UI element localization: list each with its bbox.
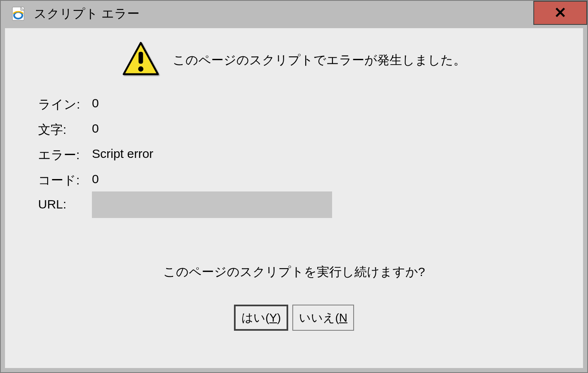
code-value: 0 bbox=[92, 172, 99, 186]
svg-rect-2 bbox=[139, 52, 143, 64]
line-row: ライン: 0 bbox=[38, 96, 583, 113]
line-value: 0 bbox=[92, 96, 99, 110]
char-label: 文字: bbox=[38, 121, 92, 138]
no-button[interactable]: いいえ(N bbox=[292, 305, 354, 331]
button-row: はい(Y) いいえ(N bbox=[5, 305, 583, 331]
code-label: コード: bbox=[38, 172, 92, 189]
error-message: このページのスクリプトでエラーが発生しました。 bbox=[173, 52, 466, 69]
line-label: ライン: bbox=[38, 96, 92, 113]
close-button[interactable]: ✕ bbox=[533, 1, 587, 25]
script-error-dialog: スクリプト エラー ✕ このページのスクリプトでエラーが発生しました。 ライン:… bbox=[0, 0, 588, 373]
dialog-body: このページのスクリプトでエラーが発生しました。 ライン: 0 文字: 0 エラー… bbox=[5, 28, 583, 368]
ie-page-icon bbox=[11, 6, 26, 21]
yes-button-post: ) bbox=[277, 311, 281, 324]
char-row: 文字: 0 bbox=[38, 121, 583, 138]
yes-button-pre: はい( bbox=[241, 311, 269, 324]
yes-button-accel: Y bbox=[269, 311, 277, 324]
url-value-box bbox=[92, 191, 332, 218]
yes-button[interactable]: はい(Y) bbox=[234, 305, 288, 331]
no-button-pre: いいえ( bbox=[299, 311, 339, 324]
error-value: Script error bbox=[92, 147, 153, 161]
no-button-accel: N bbox=[339, 311, 347, 324]
error-row: エラー: Script error bbox=[38, 147, 583, 164]
char-value: 0 bbox=[92, 121, 99, 136]
url-row: URL: bbox=[38, 197, 583, 218]
continue-question: このページのスクリプトを実行し続けますか? bbox=[5, 264, 583, 281]
svg-point-3 bbox=[138, 66, 144, 72]
warning-icon bbox=[122, 41, 159, 80]
error-header: このページのスクリプトでエラーが発生しました。 bbox=[5, 41, 583, 80]
titlebar: スクリプト エラー ✕ bbox=[1, 1, 587, 27]
url-label: URL: bbox=[38, 197, 92, 211]
code-row: コード: 0 bbox=[38, 172, 583, 189]
error-details: ライン: 0 文字: 0 エラー: Script error コード: 0 UR… bbox=[38, 96, 583, 218]
error-label: エラー: bbox=[38, 147, 92, 164]
dialog-title: スクリプト エラー bbox=[34, 5, 140, 22]
close-icon: ✕ bbox=[554, 5, 566, 20]
